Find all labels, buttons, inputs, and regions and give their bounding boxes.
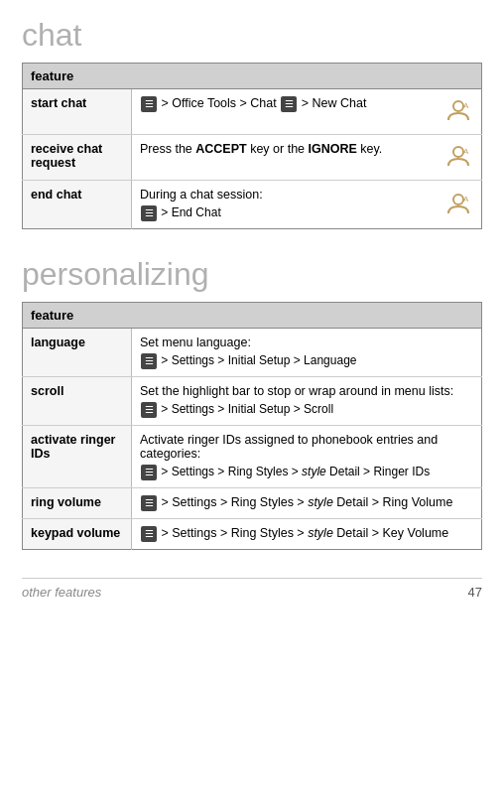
feature-description: Set menu language: ☰ > Settings > Initia… — [132, 329, 482, 377]
menu-icon: ☰ — [141, 526, 157, 542]
table-row: end chat During a chat session: ☰ > End … — [23, 181, 482, 229]
person-icon-cell: A — [436, 89, 482, 135]
person-icon: A — [443, 96, 473, 126]
feature-label: ring volume — [23, 488, 132, 519]
style-italic: style — [302, 466, 326, 479]
table-row: receive chat request Press the ACCEPT ke… — [23, 135, 482, 181]
ignore-key: IGNORE — [309, 142, 357, 156]
path-line: ☰ > End Chat — [140, 205, 428, 221]
path-line: ☰ > Settings > Ring Styles > style Detai… — [140, 465, 473, 480]
path-line: ☰ > Settings > Initial Setup > Language — [140, 353, 473, 369]
footer-right: 47 — [468, 585, 482, 600]
feature-description: During a chat session: ☰ > End Chat — [132, 181, 437, 229]
personalizing-table: feature language Set menu language: ☰ > … — [22, 302, 482, 550]
table-row: scroll Set the highlight bar to stop or … — [23, 377, 482, 426]
feature-description: ☰ > Settings > Ring Styles > style Detai… — [132, 519, 482, 550]
feature-description: Set the highlight bar to stop or wrap ar… — [132, 377, 482, 426]
chat-table-header: feature — [23, 64, 482, 89]
svg-text:A: A — [463, 101, 469, 110]
personalizing-table-header: feature — [23, 303, 482, 329]
svg-point-2 — [453, 147, 463, 157]
svg-text:A: A — [463, 195, 469, 203]
feature-label: start chat — [23, 89, 132, 135]
table-row: ring volume ☰ > Settings > Ring Styles >… — [23, 488, 482, 519]
feature-label: language — [23, 329, 132, 377]
menu-icon: ☰ — [141, 353, 157, 369]
person-icon-cell: A — [436, 181, 482, 229]
section-title-chat: chat — [22, 18, 482, 53]
table-row: start chat ☰ > Office Tools > Chat ☰ > N… — [23, 89, 482, 135]
feature-description: ☰ > Settings > Ring Styles > style Detai… — [132, 488, 482, 519]
section-title-personalizing: personalizing — [22, 257, 482, 292]
menu-icon: ☰ — [141, 205, 157, 221]
style-italic: style — [308, 496, 333, 510]
feature-label: end chat — [23, 181, 132, 229]
menu-icon: ☰ — [141, 495, 157, 511]
table-row: language Set menu language: ☰ > Settings… — [23, 329, 482, 377]
chat-table: feature start chat ☰ > Office Tools > Ch… — [22, 63, 482, 229]
table-row: activate ringer IDs Activate ringer IDs … — [23, 426, 482, 488]
svg-point-4 — [453, 195, 463, 204]
feature-label: scroll — [23, 377, 132, 426]
feature-label: receive chat request — [23, 135, 132, 181]
new-chat-text: New Chat — [312, 96, 366, 110]
person-icon: A — [443, 142, 473, 172]
feature-description: Activate ringer IDs assigned to phoneboo… — [132, 426, 482, 488]
table-row: keypad volume ☰ > Settings > Ring Styles… — [23, 519, 482, 550]
menu-icon: ☰ — [281, 96, 297, 112]
feature-label: keypad volume — [23, 519, 132, 550]
feature-label: activate ringer IDs — [23, 426, 132, 488]
path-line: ☰ > Settings > Initial Setup > Scroll — [140, 402, 473, 418]
svg-text:A: A — [463, 147, 469, 156]
style-italic: style — [308, 527, 333, 541]
menu-icon: ☰ — [141, 402, 157, 418]
svg-point-0 — [453, 101, 463, 111]
person-icon: A — [443, 190, 473, 219]
accept-key: ACCEPT — [195, 142, 246, 156]
footer-bar: other features 47 — [22, 578, 482, 600]
menu-icon: ☰ — [141, 465, 157, 480]
footer-left: other features — [22, 585, 101, 600]
feature-description: Press the ACCEPT key or the IGNORE key. — [132, 135, 437, 181]
feature-description: ☰ > Office Tools > Chat ☰ > New Chat — [132, 89, 437, 135]
menu-icon: ☰ — [141, 96, 157, 112]
person-icon-cell: A — [436, 135, 482, 181]
